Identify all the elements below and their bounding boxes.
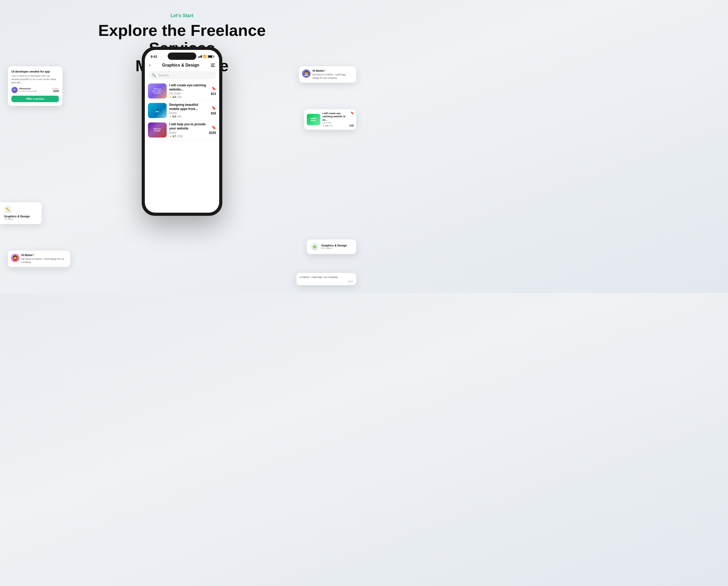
battery-icon: [208, 55, 213, 58]
service-actions: 🔖 $13: [211, 86, 216, 96]
phone-mockup: 9:41 📶 ‹ Graphics & Desi: [142, 47, 222, 216]
wifi-icon: 📶: [203, 55, 207, 58]
category-info-right: Graphics & Design 675 offers: [321, 244, 347, 249]
job-meta: P Phenexion Posted projects 20 1d.22h. 1…: [11, 87, 59, 93]
service-rating-small: ★ 4.0 (78): [322, 124, 347, 127]
service-item[interactable]: 📱78% Designing beautiful mobile apps fro…: [148, 101, 216, 121]
star-icon: ★: [169, 115, 172, 118]
category-name: Graphics & Design: [4, 215, 37, 218]
category-card-left[interactable]: ✏️ Graphics & Design 75 offers: [0, 202, 42, 224]
service-item[interactable]: Grow upyour skill inminutes. I will crea…: [148, 81, 216, 101]
category-card-right[interactable]: ✳️ Graphics & Design 675 offers: [307, 239, 356, 254]
category-icon: ✏️: [4, 206, 11, 213]
service-title: I will create eye-catching website...: [169, 83, 208, 91]
chat-content: Hi Nishel ! My Name Is Patrick. I need d…: [21, 254, 67, 264]
service-actions: 🔖 $16: [211, 106, 216, 115]
service-thumbnail: 📱78%: [148, 103, 167, 118]
service-price-small: 13$: [349, 124, 354, 127]
service-rating: ★ 5.0 (58): [169, 115, 208, 118]
service-list: Grow upyour skill inminutes. I will crea…: [145, 81, 219, 213]
rating-count: (58): [177, 115, 181, 118]
chat-card-left: 🧔 Hi Nishel ! My Name Is Patrick. I need…: [8, 250, 70, 267]
job-user: P Phenexion Posted projects 20: [11, 87, 36, 93]
service-item[interactable]: DISCOCONF I will help you to provide you…: [148, 121, 216, 140]
rating-count: (78): [177, 96, 181, 99]
offer-service-button[interactable]: Offer a service: [11, 96, 59, 102]
service-author: Emma: [169, 111, 208, 114]
search-box[interactable]: 🔍 Search: [148, 71, 216, 79]
service-info-small: I will create eye catching website UI an…: [322, 112, 347, 127]
phone-screen: 9:41 📶 ‹ Graphics & Desi: [145, 50, 219, 213]
category-offers: 75 offers: [4, 218, 37, 220]
search-input[interactable]: Search: [158, 73, 212, 77]
service-thumbnail: DISCOCONF: [148, 123, 167, 137]
status-time: 9:41: [151, 55, 157, 58]
avatar: 👨‍💼: [302, 70, 310, 78]
chat-content: Hi Nishel ! My Name Is Patrick. I need l…: [313, 70, 353, 80]
service-price: $193: [209, 131, 216, 135]
star-icon: ★: [169, 96, 172, 99]
service-title: Designing beautiful mobile apps from...: [169, 103, 208, 111]
chat-bottom-text: Is Patrick. I need logo r our company.: [300, 275, 353, 279]
app-title: Graphics & Design: [162, 63, 199, 68]
service-price: $16: [211, 111, 216, 115]
service-card-right[interactable]: SwingRebel I will create eye catching we…: [304, 109, 356, 130]
service-title-small: I will create eye catching website UI an…: [322, 112, 347, 122]
job-time-price: 1d.22h. 150$: [52, 87, 59, 92]
search-icon: 🔍: [152, 73, 156, 77]
job-price: 150$: [52, 90, 59, 92]
signal-bars-icon: [198, 55, 202, 58]
service-title: I will help you to provide your website: [169, 123, 206, 131]
star-icon: ★: [322, 124, 325, 127]
chat-greeting: Hi Nishel !: [313, 70, 353, 72]
chat-card-right-top: 👨‍💼 Hi Nishel ! My Name Is Patrick. I ne…: [299, 66, 356, 83]
user-name: Phenexion: [19, 87, 36, 90]
job-description: I am in need of UI developer who can dev…: [11, 74, 59, 84]
rating-value: 5.0: [173, 115, 176, 118]
lets-start-label: Let's Start: [0, 13, 364, 19]
chat-message: My Name Is Patrick. I need design for ou…: [21, 257, 67, 264]
service-rating: ★ 4.7 (708): [169, 135, 206, 138]
back-button[interactable]: ‹: [149, 62, 151, 68]
avatar: 🧔: [11, 254, 19, 262]
phone-frame: 9:41 📶 ‹ Graphics & Desi: [142, 47, 222, 216]
service-rating: ★ 4.0 (78): [169, 96, 208, 99]
sparkle-icon: ✳️: [310, 243, 319, 251]
bookmark-icon[interactable]: 🔖: [212, 86, 216, 90]
job-title: UI developer needed for app: [11, 70, 59, 73]
service-author-small: Lily Drake: [322, 122, 347, 124]
app-header: ‹ Graphics & Design: [145, 61, 219, 70]
service-price: $13: [211, 92, 216, 96]
chat-greeting: Hi Nishel !: [21, 254, 67, 257]
avatar: P: [11, 87, 18, 93]
rating-count: (708): [177, 135, 183, 138]
bookmark-icon[interactable]: 🔖: [350, 111, 354, 115]
service-info: I will help you to provide your website …: [169, 123, 206, 137]
user-projects: Posted projects 20: [19, 90, 36, 92]
filter-menu-button[interactable]: [211, 64, 215, 67]
rating-value: 4.0: [173, 96, 176, 99]
service-author: Nadia: [169, 131, 206, 134]
service-info: I will create eye-catching website... Li…: [169, 83, 208, 99]
service-info: Designing beautiful mobile apps from... …: [169, 103, 208, 118]
chat-message: My Name Is Patrick. I need logo design f…: [313, 73, 353, 80]
category-name-right: Graphics & Design: [321, 244, 347, 247]
chat-time: 23-20: [300, 280, 353, 283]
service-actions: 🔖 $193: [209, 125, 216, 135]
star-icon: ★: [169, 135, 172, 138]
bookmark-icon[interactable]: 🔖: [212, 106, 216, 110]
service-thumbnail-small: SwingRebel: [307, 114, 320, 125]
service-author: Lily Drake: [169, 92, 208, 95]
phone-notch: [168, 53, 196, 60]
rating-value: 4.7: [173, 135, 176, 138]
bookmark-icon[interactable]: 🔖: [212, 125, 216, 130]
service-thumbnail: Grow upyour skill inminutes.: [148, 83, 167, 99]
job-card: UI developer needed for app I am in need…: [8, 66, 62, 106]
job-time: 1d.22h.: [52, 87, 59, 90]
category-offers-right: 675 offers: [321, 247, 347, 249]
status-icons: 📶: [198, 55, 214, 58]
chat-card-bottom-right: Is Patrick. I need logo r our company. 2…: [296, 273, 356, 285]
